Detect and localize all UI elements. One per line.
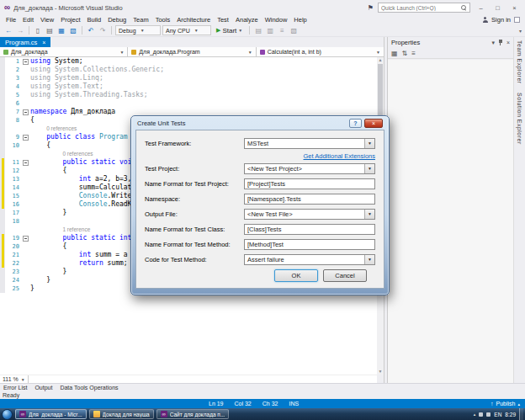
close-icon[interactable]: × [506, 40, 510, 45]
toolbar-misc-icon-2[interactable]: ▥ [265, 25, 275, 35]
chevron-down-icon[interactable]: ▼ [364, 210, 374, 219]
pin-icon[interactable] [498, 40, 503, 46]
menu-window[interactable]: Window [262, 16, 291, 24]
menu-file[interactable]: File [3, 16, 19, 24]
project-dropdown[interactable]: Для_доклада ▼ [0, 47, 128, 56]
redo-icon[interactable]: ↷ [98, 25, 108, 35]
menu-build[interactable]: Build [84, 16, 105, 24]
outline-margin [22, 108, 30, 116]
collapse-box-icon[interactable] [23, 135, 29, 141]
get-additional-extensions-link[interactable]: Get Additional Extensions [304, 152, 375, 160]
hidden-icons-chevron-icon[interactable]: ▴ [474, 412, 476, 417]
chevron-down-icon[interactable]: ▼ [364, 164, 374, 173]
test-framework-combo[interactable]: MSTest▼ [244, 138, 375, 149]
menu-team[interactable]: Team [130, 16, 151, 24]
namespace-input[interactable]: [Namespace].Tests [244, 194, 375, 205]
properties-header[interactable]: Properties ▾ × [388, 37, 513, 48]
menu-project[interactable]: Project [57, 16, 83, 24]
collapse-box-icon[interactable] [23, 160, 29, 166]
show-desktop-button[interactable] [519, 408, 523, 420]
help-button[interactable]: ? [349, 119, 362, 128]
code-for-test-method-combo[interactable]: Assert failure▼ [244, 254, 375, 265]
collapse-box-icon[interactable] [23, 109, 29, 115]
navigate-forward-icon[interactable]: → [15, 25, 25, 35]
feedback-icon[interactable] [514, 17, 520, 23]
test-project-combo[interactable]: <New Test Project>▼ [244, 163, 375, 174]
quick-launch-input[interactable] [381, 5, 459, 11]
undo-icon[interactable]: ↶ [86, 25, 96, 35]
type-dropdown[interactable]: Для_доклада.Program ▼ [128, 47, 256, 56]
close-button[interactable]: × [508, 3, 521, 13]
title-bar[interactable]: ∞ Для_доклада - Microsoft Visual Studio … [0, 0, 525, 15]
code-line[interactable]: 5using System.Threading.Tasks; [0, 91, 377, 99]
code-line[interactable]: 1using System; [0, 57, 377, 66]
member-dropdown[interactable]: Calculate(int a, int b) ▼ [257, 47, 384, 56]
toolbar-misc-icon-3[interactable]: ≡ [277, 25, 287, 35]
taskbar-button-2[interactable]: Доклад для науша [89, 409, 154, 419]
navigate-back-icon[interactable]: ← [3, 25, 13, 35]
side-tab-team-explorer[interactable]: Team Explorer [517, 40, 522, 84]
panel-tab-error-list[interactable]: Error List [3, 385, 27, 391]
language-indicator[interactable]: EN [494, 412, 501, 417]
alphabetical-icon[interactable]: ⇅ [402, 50, 408, 57]
menu-debug[interactable]: Debug [104, 16, 130, 24]
volume-icon[interactable] [486, 412, 491, 417]
side-tab-solution-explorer[interactable]: Solution Explorer [517, 93, 522, 145]
property-pages-icon[interactable]: ≡ [411, 50, 416, 57]
window-position-icon[interactable]: ▾ [491, 40, 495, 46]
solution-platforms-dropdown[interactable]: Any CPU ▼ [162, 25, 211, 35]
maximize-button[interactable]: □ [491, 3, 504, 13]
menu-test[interactable]: Test [214, 16, 232, 24]
name-format-for-test-method-input[interactable]: [Method]Test [244, 239, 375, 250]
output-file-combo[interactable]: <New Test File>▼ [244, 209, 375, 220]
notifications-flag-icon[interactable]: ⚑ [368, 4, 374, 12]
scroll-down-icon[interactable]: ▼ [379, 369, 383, 375]
toolbar-misc-icon-1[interactable]: ▤ [253, 25, 263, 35]
clock[interactable]: 8:29 [505, 412, 516, 417]
start-menu-button[interactable] [2, 409, 13, 420]
cancel-button[interactable]: Cancel [323, 269, 367, 282]
save-icon[interactable]: ▦ [56, 25, 66, 35]
publish-button[interactable]: ↑ Publish ▴ [491, 399, 520, 408]
collapse-box-icon[interactable] [23, 236, 29, 242]
zoom-dropdown[interactable]: 111 % ▼ [0, 375, 29, 384]
save-all-icon[interactable]: ▧ [68, 25, 78, 35]
dialog-close-button[interactable]: × [364, 119, 383, 128]
chevron-down-icon[interactable]: ▼ [364, 139, 374, 148]
code-line[interactable]: 6 [0, 99, 377, 108]
menu-architecture[interactable]: Architecture [173, 16, 214, 24]
categorized-icon[interactable]: ▦ [391, 50, 398, 57]
name-format-for-test-project-input[interactable]: [Project]Tests [244, 178, 375, 189]
menu-help[interactable]: Help [290, 16, 310, 24]
tab-program-cs[interactable]: Program.cs × [0, 37, 50, 47]
panel-tab-output[interactable]: Output [34, 385, 52, 391]
menu-analyze[interactable]: Analyze [232, 16, 262, 24]
code-line[interactable]: 2using System.Collections.Generic; [0, 66, 377, 74]
code-line[interactable]: 4using System.Text; [0, 82, 377, 91]
open-file-icon[interactable]: ▤ [45, 25, 55, 35]
solution-configurations-dropdown[interactable]: Debug ▼ [115, 25, 161, 35]
new-file-icon[interactable]: ▯ [33, 25, 43, 35]
menu-edit[interactable]: Edit [19, 16, 37, 24]
code-line[interactable]: 3using System.Linq; [0, 74, 377, 82]
toolbar-overflow-icon[interactable]: ▾ [519, 28, 522, 34]
start-debugging-button[interactable]: ▶ Start ▼ [213, 25, 246, 35]
close-icon[interactable]: × [42, 40, 45, 45]
scroll-up-icon[interactable]: ▲ [379, 57, 383, 63]
menu-tools[interactable]: Tools [152, 16, 174, 24]
change-indicator-margin [0, 133, 5, 141]
ok-button[interactable]: OK [274, 269, 318, 282]
name-format-for-test-class-input[interactable]: [Class]Tests [244, 224, 375, 235]
menu-view[interactable]: View [37, 16, 57, 24]
dialog-title-bar[interactable]: Create Unit Tests ? × [135, 116, 384, 130]
chevron-down-icon[interactable]: ▼ [364, 255, 374, 264]
taskbar-button-1[interactable]: ∞Для_доклада - Micr... [15, 409, 87, 419]
collapse-box-icon[interactable] [23, 59, 29, 65]
taskbar-button-3[interactable]: ∞Сайт для доклада п... [156, 409, 230, 419]
sign-in-button[interactable]: Sign in [491, 16, 511, 24]
toolbar-misc-icon-4[interactable]: ▧ [289, 25, 299, 35]
network-icon[interactable] [479, 412, 483, 417]
play-icon: ▶ [216, 27, 220, 34]
minimize-button[interactable]: – [475, 3, 487, 13]
panel-tab-data-tools-operations[interactable]: Data Tools Operations [60, 385, 118, 391]
